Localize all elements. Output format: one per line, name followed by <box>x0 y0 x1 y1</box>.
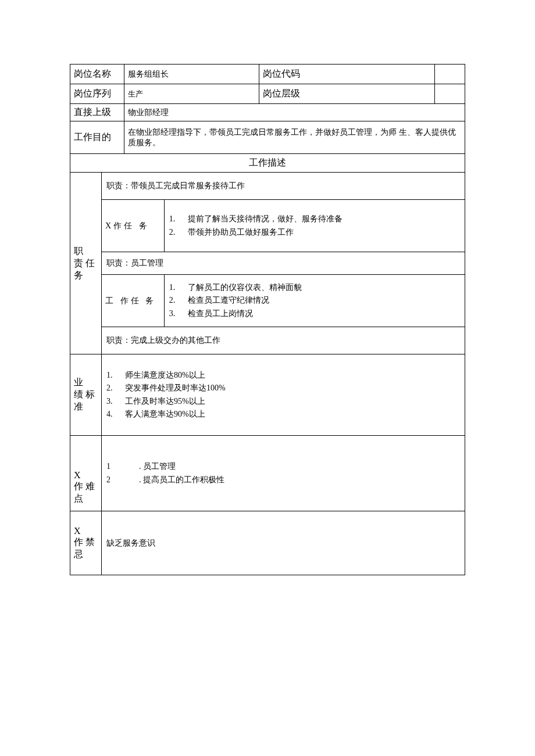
label-taboo: X 作禁 忌 <box>70 511 102 575</box>
performance-content: 1.师生满意度达80%以上 2.突发事件处理及时率达100% 3.工作及时率达9… <box>102 354 465 436</box>
row-work-purpose: 工作目的 在物业部经理指导下，带领员工完成日常服务工作，并做好员工管理，为师 生… <box>70 121 465 154</box>
row-duty2-tasks: 工 作任 务 1.了解员工的仪容仪表、精神面貌 2.检查员工遵守纪律情况 3.检… <box>70 275 465 327</box>
list-num: 3. <box>106 395 116 408</box>
list-text: 了解员工的仪容仪表、精神面貌 <box>188 281 302 294</box>
label-position-code: 岗位代码 <box>259 65 435 84</box>
label-difficulty: X 作难 点 <box>70 436 102 511</box>
job-description-table: 岗位名称 服务组组长 岗位代码 岗位序列 生产 岗位层级 直接上级 物业部经理 … <box>70 64 465 575</box>
list-text: . 员工管理 <box>139 460 176 473</box>
value-position-series: 生产 <box>124 84 259 104</box>
row-taboo: X 作禁 忌 缺乏服务意识 <box>70 511 465 575</box>
label-position-level: 岗位层级 <box>259 84 435 104</box>
list-num: 1. <box>169 213 179 225</box>
row-duty1-tasks: X作任 务 1.提前了解当天接待情况，做好、服务待准备 2.带领并协助员工做好服… <box>70 200 465 252</box>
list-text: 工作及时率达95%以上 <box>125 395 205 408</box>
label-position-series: 岗位序列 <box>70 84 124 104</box>
value-position-level <box>435 84 465 104</box>
taboo-content: 缺乏服务意识 <box>102 511 465 575</box>
label-position-name: 岗位名称 <box>70 65 124 84</box>
duty1-tasks: 1.提前了解当天接待情况，做好、服务待准备 2.带领并协助员工做好服务工作 <box>164 200 465 252</box>
list-text: 客人满意率达90%以上 <box>125 408 205 421</box>
row-duty2-header: 职责：员工管理 <box>70 252 465 275</box>
value-position-name: 服务组组长 <box>124 65 259 84</box>
duty1-header: 职责：带领员工完成日常服务接待工作 <box>102 173 465 200</box>
difficulty-content: 1. 员工管理 2. 提高员工的工作积极性 <box>102 436 465 511</box>
row-duty1-header: 职 责任 务 职责：带领员工完成日常服务接待工作 <box>70 173 465 200</box>
list-num: 2. <box>106 382 116 395</box>
list-num: 1. <box>106 369 116 382</box>
list-text: 带领并协助员工做好服务工作 <box>188 226 294 239</box>
list-num: 3. <box>169 307 179 320</box>
duty3-header: 职责：完成上级交办的其他工作 <box>102 327 465 354</box>
row-duty3-header: 职责：完成上级交办的其他工作 <box>70 327 465 354</box>
value-direct-supervisor: 物业部经理 <box>124 104 465 121</box>
list-text: 检查员工遵守纪律情况 <box>188 294 269 307</box>
label-work-task: 工 作任 务 <box>102 275 165 327</box>
value-work-purpose: 在物业部经理指导下，带领员工完成日常服务工作，并做好员工管理，为师 生、客人提供… <box>124 121 465 154</box>
row-difficulty: X 作难 点 1. 员工管理 2. 提高员工的工作积极性 <box>70 436 465 511</box>
list-text: 师生满意度达80%以上 <box>125 369 205 382</box>
list-num: 1 <box>106 460 116 473</box>
list-text: . 提高员工的工作积极性 <box>139 474 224 486</box>
row-position-series: 岗位序列 生产 岗位层级 <box>70 84 465 104</box>
list-num: 4. <box>106 408 116 421</box>
label-duties-tasks: 职 责任 务 <box>70 173 102 354</box>
list-text: 检查员工上岗情况 <box>188 307 253 320</box>
row-position-name: 岗位名称 服务组组长 岗位代码 <box>70 65 465 84</box>
list-num: 2 <box>106 474 116 486</box>
list-num: 2. <box>169 294 179 307</box>
row-work-description-header: 工作描述 <box>70 154 465 173</box>
list-text: 提前了解当天接待情况，做好、服务待准备 <box>188 213 343 225</box>
row-direct-supervisor: 直接上级 物业部经理 <box>70 104 465 121</box>
list-num: 1. <box>169 281 179 294</box>
list-num: 2. <box>169 226 179 239</box>
list-text: 突发事件处理及时率达100% <box>125 382 226 395</box>
label-work-purpose: 工作目的 <box>70 121 124 154</box>
value-position-code <box>435 65 465 84</box>
label-direct-supervisor: 直接上级 <box>70 104 124 121</box>
label-x-task: X作任 务 <box>102 200 165 252</box>
label-work-description: 工作描述 <box>70 154 465 173</box>
duty2-header: 职责：员工管理 <box>102 252 465 275</box>
duty2-tasks: 1.了解员工的仪容仪表、精神面貌 2.检查员工遵守纪律情况 3.检查员工上岗情况 <box>164 275 465 327</box>
label-performance: 业 绩标 准 <box>70 354 102 436</box>
row-performance: 业 绩标 准 1.师生满意度达80%以上 2.突发事件处理及时率达100% 3.… <box>70 354 465 436</box>
